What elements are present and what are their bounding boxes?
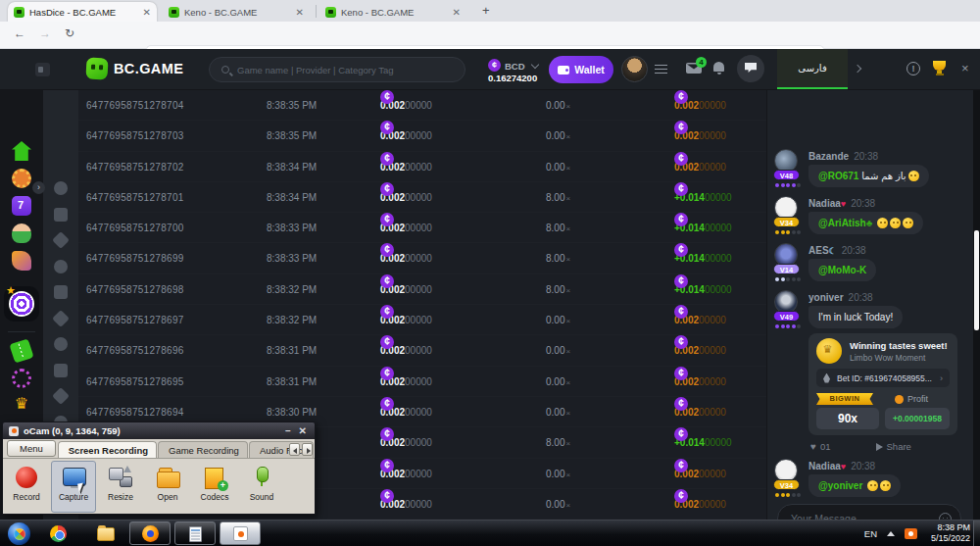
share-label[interactable]: Share bbox=[887, 441, 911, 452]
sidebar-item-game-2-icon[interactable] bbox=[54, 208, 68, 222]
ocam-open-button[interactable]: Open bbox=[145, 461, 190, 513]
back-icon[interactable]: ← bbox=[14, 26, 25, 40]
ocam-capture-button[interactable]: Capture bbox=[51, 461, 96, 513]
show-desktop-button[interactable] bbox=[973, 521, 980, 546]
tab-close-icon[interactable]: ✕ bbox=[296, 7, 304, 18]
reload-icon[interactable]: ↻ bbox=[65, 26, 74, 40]
sidebar-item-lottery[interactable] bbox=[12, 251, 31, 271]
sidebar-item-game-1-icon[interactable] bbox=[54, 181, 68, 195]
ocam-codecs-button[interactable]: Codecs bbox=[192, 461, 237, 513]
scrollbar-thumb[interactable] bbox=[974, 230, 979, 330]
mention[interactable]: @MoMo-K bbox=[818, 265, 866, 275]
tab-close-icon[interactable]: ✕ bbox=[453, 7, 461, 18]
tab-hasdice[interactable]: HasDice - BC.GAME ✕ bbox=[8, 2, 157, 22]
table-row[interactable]: 647769587512786968:38:31 PM¢0.002000000.… bbox=[78, 335, 766, 366]
username[interactable]: AES bbox=[808, 245, 829, 256]
taskbar-explorer-icon[interactable] bbox=[97, 527, 115, 541]
search-input[interactable] bbox=[237, 65, 433, 75]
table-row[interactable]: 647769587512787018:38:34 PM¢0.002000008.… bbox=[78, 182, 766, 213]
chat-language-tab[interactable]: فارسی bbox=[777, 49, 848, 89]
currency-chevron-icon[interactable] bbox=[531, 61, 539, 69]
user-avatar[interactable] bbox=[621, 56, 648, 82]
sidebar-item-home[interactable] bbox=[12, 141, 31, 161]
chat-language-arrow-icon[interactable] bbox=[854, 65, 861, 73]
chat-trophy-icon[interactable] bbox=[933, 61, 946, 71]
sidebar-item-slots[interactable] bbox=[12, 196, 31, 216]
chat-close-icon[interactable]: × bbox=[961, 61, 969, 75]
chat-toggle-icon[interactable] bbox=[737, 55, 764, 82]
taskbar-ocam-button[interactable] bbox=[220, 521, 261, 545]
mention[interactable]: @yoniver bbox=[818, 480, 862, 491]
chat-rules-icon[interactable]: ! bbox=[906, 62, 920, 75]
forward-icon[interactable]: → bbox=[39, 26, 51, 40]
table-row[interactable]: 647769587512786998:38:33 PM¢0.002000008.… bbox=[78, 243, 766, 273]
ocam-close-icon[interactable]: ✕ bbox=[297, 425, 315, 436]
casino-expand-icon[interactable]: › bbox=[32, 181, 45, 194]
ocam-menu-button[interactable]: Menu bbox=[7, 440, 56, 457]
notifications-bell-icon[interactable] bbox=[713, 62, 724, 72]
scrollbar-track[interactable] bbox=[973, 90, 980, 520]
table-row[interactable]: 647769587512786978:38:32 PM¢0.002000000.… bbox=[78, 305, 766, 335]
sidebar-toggle-icon[interactable] bbox=[35, 63, 50, 76]
table-row[interactable]: 647769587512787048:38:35 PM¢0.002000000.… bbox=[78, 90, 766, 121]
ocam-tab-scroll-right-icon[interactable] bbox=[302, 443, 313, 456]
share-icon[interactable] bbox=[876, 443, 883, 451]
sidebar-item-game-4-icon[interactable] bbox=[54, 260, 68, 273]
wallet-button[interactable]: Wallet bbox=[549, 56, 613, 83]
ocam-tab-scroll-left-icon[interactable] bbox=[289, 443, 300, 456]
account-menu-icon[interactable] bbox=[655, 65, 667, 74]
multiplier-value: 0.00 bbox=[546, 130, 564, 141]
currency-label[interactable]: BCD bbox=[505, 61, 525, 72]
sidebar-item-spin[interactable] bbox=[12, 369, 31, 388]
like-heart-icon[interactable]: ♥ bbox=[810, 441, 816, 452]
table-row[interactable]: 647769587512786988:38:32 PM¢0.002000008.… bbox=[78, 274, 766, 305]
ocam-sound-button[interactable]: Sound bbox=[239, 461, 284, 513]
taskbar-clock[interactable]: 8:38 PM 5/15/2022 bbox=[931, 522, 970, 544]
amount-padding: 00000 bbox=[405, 192, 432, 203]
username[interactable]: Nadiaa bbox=[808, 198, 841, 209]
bcgame-logo-icon[interactable] bbox=[85, 57, 108, 79]
new-tab-button[interactable]: + bbox=[482, 3, 490, 18]
table-row[interactable]: 647769587512787008:38:33 PM¢0.002000008.… bbox=[78, 213, 766, 243]
sidebar-item-game-9-icon[interactable] bbox=[52, 387, 70, 405]
bcd-coin-icon[interactable]: ¢ bbox=[488, 59, 501, 72]
win-card[interactable]: Winning tastes sweet! Limbo Wow Moment B… bbox=[808, 333, 957, 435]
tab-keno-1[interactable]: Keno - BC.GAME ✕ bbox=[163, 2, 310, 22]
sidebar-item-game-7-icon[interactable] bbox=[54, 337, 68, 351]
tab-keno-2[interactable]: Keno - BC.GAME ✕ bbox=[319, 2, 466, 22]
ocam-tab-screen-recording[interactable]: Screen Recording bbox=[58, 441, 157, 458]
sidebar-item-vip-crown[interactable]: ♛ bbox=[12, 394, 31, 414]
table-row[interactable]: 647769587512787038:38:35 PM¢0.002000000.… bbox=[78, 121, 766, 151]
table-row[interactable]: 647769587512786958:38:31 PM¢0.002000000.… bbox=[78, 367, 766, 397]
sidebar-item-hash-dice[interactable] bbox=[4, 286, 39, 322]
sidebar-item-player[interactable] bbox=[12, 223, 31, 243]
sidebar-item-game-8-icon[interactable] bbox=[54, 364, 68, 377]
mention[interactable]: @AriAtish bbox=[818, 218, 866, 228]
sidebar-item-game-5-icon[interactable] bbox=[54, 285, 68, 299]
taskbar-firefox-button[interactable] bbox=[129, 521, 171, 545]
table-row[interactable]: 647769587512787028:38:34 PM¢0.002000000.… bbox=[78, 152, 766, 182]
sidebar-item-casino[interactable] bbox=[12, 169, 31, 188]
taskbar-chrome-icon[interactable] bbox=[50, 525, 67, 542]
start-button[interactable] bbox=[8, 522, 30, 545]
bet-id-pill[interactable]: Bet ID: #619674058955... › bbox=[816, 369, 950, 387]
language-indicator[interactable]: EN bbox=[864, 528, 877, 539]
ocam-record-button[interactable]: Record bbox=[4, 461, 49, 513]
tray-ocam-icon[interactable] bbox=[905, 528, 917, 539]
username[interactable]: Bazande bbox=[808, 151, 849, 162]
username[interactable]: Nadiaa bbox=[808, 461, 841, 472]
username[interactable]: yoniver bbox=[808, 292, 844, 303]
game-search[interactable] bbox=[209, 57, 466, 82]
ocam-tab-game-recording[interactable]: Game Recording bbox=[158, 441, 248, 458]
tray-expand-icon[interactable] bbox=[887, 531, 895, 536]
bcgame-logo-text[interactable]: BC.GAME bbox=[114, 61, 183, 76]
ocam-title-bar[interactable]: oCam (0, 9, 1364, 759) – ✕ bbox=[3, 422, 315, 439]
sidebar-item-game-3-icon[interactable] bbox=[52, 231, 70, 249]
taskbar-notepad-button[interactable] bbox=[174, 521, 216, 545]
sidebar-item-game-6-icon[interactable] bbox=[52, 310, 70, 327]
ocam-minimize-icon[interactable]: – bbox=[279, 425, 297, 436]
ocam-resize-button[interactable]: Resize bbox=[98, 461, 143, 513]
sidebar-item-bonus-ticket[interactable] bbox=[9, 338, 33, 363]
tab-close-icon[interactable]: ✕ bbox=[143, 7, 151, 18]
mention[interactable]: @RO671 bbox=[818, 171, 858, 181]
